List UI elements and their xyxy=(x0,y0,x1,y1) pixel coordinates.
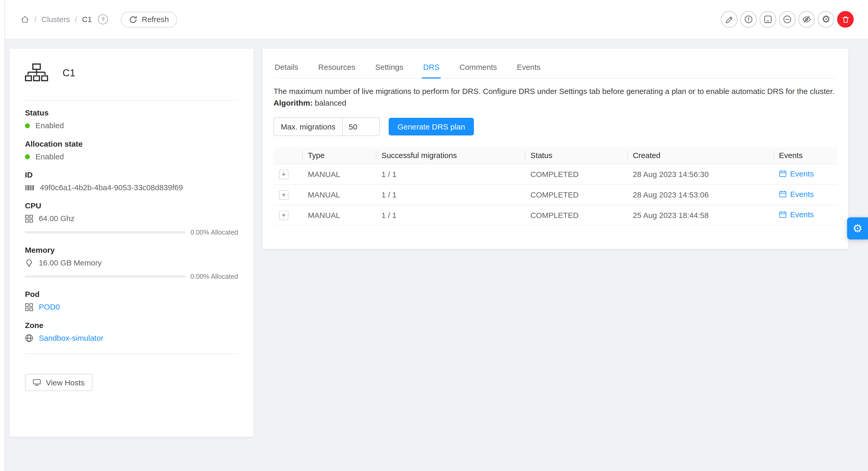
minus-square-icon xyxy=(764,15,772,24)
header-expand xyxy=(274,147,302,164)
help-icon[interactable]: ? xyxy=(98,14,108,24)
algorithm-line: Algorithm: balanced xyxy=(274,97,837,109)
status-value: Enabled xyxy=(35,121,64,130)
drs-plan-table: Type Successful migrations Status Create… xyxy=(274,147,837,226)
drs-table-body: + MANUAL 1 / 1 COMPLETED 28 Aug 2023 14:… xyxy=(274,164,837,226)
home-icon[interactable] xyxy=(21,15,29,24)
pencil-icon xyxy=(725,15,734,24)
cpu-allocated-label: 0.00% Allocated xyxy=(190,228,238,236)
max-migrations-input[interactable] xyxy=(343,117,380,136)
table-row: + MANUAL 1 / 1 COMPLETED 25 Aug 2023 18:… xyxy=(274,205,837,226)
cluster-icon xyxy=(25,63,48,83)
pod-field: Pod POD0 xyxy=(25,290,238,311)
cell-type: MANUAL xyxy=(302,164,376,184)
memory-allocated-label: 0.00% Allocated xyxy=(190,273,238,280)
refresh-button[interactable]: Refresh xyxy=(121,11,177,28)
allocation-label: Allocation state xyxy=(25,139,238,148)
configure-button[interactable]: ⚙ xyxy=(817,11,834,28)
calendar-icon xyxy=(779,190,787,198)
monitor-icon xyxy=(33,378,41,386)
theme-settings-button[interactable]: ⚙ xyxy=(847,217,868,239)
pod-link[interactable]: POD0 xyxy=(39,303,60,311)
events-link[interactable]: Events xyxy=(779,210,814,219)
expand-row-button[interactable]: + xyxy=(279,190,288,199)
cell-created: 28 Aug 2023 14:56:30 xyxy=(627,164,773,184)
cluster-actions: ⚙ xyxy=(721,11,854,28)
exclamation-circle-icon xyxy=(744,15,753,24)
calendar-icon xyxy=(779,170,787,177)
memory-progress: 0.00% Allocated xyxy=(25,273,238,280)
disable-button[interactable] xyxy=(779,11,796,28)
tab-events[interactable]: Events xyxy=(516,56,542,78)
calendar-icon xyxy=(779,211,787,218)
cloudstack-cluster-page: / Clusters / C1 ? Refresh xyxy=(0,0,868,471)
cluster-title-row: C1 xyxy=(25,63,238,83)
minus-circle-icon xyxy=(783,15,792,24)
tab-details[interactable]: Details xyxy=(274,56,300,78)
algorithm-label: Algorithm: xyxy=(274,98,313,107)
reload-icon xyxy=(129,15,137,24)
cell-type: MANUAL xyxy=(302,184,376,205)
table-row: + MANUAL 1 / 1 COMPLETED 28 Aug 2023 14:… xyxy=(274,164,837,184)
events-link-label: Events xyxy=(790,210,814,219)
memory-label: Memory xyxy=(25,245,238,254)
hide-button[interactable] xyxy=(798,11,815,28)
expand-row-button[interactable]: + xyxy=(279,169,288,179)
view-hosts-button[interactable]: View Hosts xyxy=(25,374,92,391)
zone-link[interactable]: Sandbox-simulator xyxy=(39,333,103,342)
pod-label: Pod xyxy=(25,290,238,299)
cpu-grid-icon xyxy=(25,214,33,223)
cpu-progress-track xyxy=(25,231,186,234)
events-link[interactable]: Events xyxy=(779,169,814,178)
allocation-value: Enabled xyxy=(35,152,64,161)
refresh-label: Refresh xyxy=(142,15,169,24)
cell-status: COMPLETED xyxy=(525,205,627,226)
divider xyxy=(25,354,238,354)
breadcrumb-separator: / xyxy=(34,15,36,24)
cluster-name: C1 xyxy=(63,67,75,79)
cell-type: MANUAL xyxy=(302,205,376,226)
pod-grid-icon xyxy=(25,303,33,311)
status-field: Status Enabled xyxy=(25,108,238,130)
drs-description: The maximum number of live migrations to… xyxy=(274,86,837,97)
header-created: Created xyxy=(627,147,773,164)
eye-invisible-icon xyxy=(802,15,811,24)
tab-resources[interactable]: Resources xyxy=(317,56,356,78)
globe-icon xyxy=(25,334,33,342)
cpu-field: CPU 64.00 Ghz 0.00% Allocated xyxy=(25,201,238,236)
cell-successful-migrations: 1 / 1 xyxy=(376,164,525,184)
cpu-value: 64.00 Ghz xyxy=(39,214,74,223)
tab-comments[interactable]: Comments xyxy=(458,56,498,78)
breadcrumb-separator: / xyxy=(75,15,77,24)
id-field: ID 49f0c6a1-4b2b-4ba4-9053-33c08d839f69 xyxy=(25,170,238,192)
memory-value: 16.00 GB Memory xyxy=(39,258,101,267)
cell-successful-migrations: 1 / 1 xyxy=(376,205,525,226)
expand-row-button[interactable]: + xyxy=(279,210,288,220)
edit-button[interactable] xyxy=(721,11,738,28)
tab-settings[interactable]: Settings xyxy=(374,56,404,78)
tab-drs[interactable]: DRS xyxy=(422,56,441,78)
cell-status: COMPLETED xyxy=(525,184,627,205)
breadcrumb-current-cluster: C1 xyxy=(82,15,92,24)
zone-field: Zone Sandbox-simulator xyxy=(25,321,238,342)
generate-drs-plan-button[interactable]: Generate DRS plan xyxy=(389,118,474,135)
allocation-field: Allocation state Enabled xyxy=(25,139,238,161)
cpu-progress: 0.00% Allocated xyxy=(25,228,238,236)
divider xyxy=(25,100,238,101)
cell-successful-migrations: 1 / 1 xyxy=(376,184,525,205)
trash-icon xyxy=(841,15,849,24)
breadcrumb-clusters[interactable]: Clusters xyxy=(41,15,70,24)
events-link-label: Events xyxy=(790,169,814,178)
barcode-icon xyxy=(25,183,34,192)
delete-button[interactable] xyxy=(837,11,854,28)
header-status: Status xyxy=(525,147,627,164)
zone-label: Zone xyxy=(25,321,238,330)
bulb-icon xyxy=(25,259,33,267)
alert-button[interactable] xyxy=(740,11,757,28)
events-link[interactable]: Events xyxy=(779,190,814,199)
status-dot xyxy=(25,123,30,128)
memory-field: Memory 16.00 GB Memory 0.00% Allocated xyxy=(25,245,238,280)
unmanage-button[interactable] xyxy=(760,11,776,28)
header-type: Type xyxy=(302,147,376,164)
top-header: / Clusters / C1 ? Refresh xyxy=(5,0,868,39)
